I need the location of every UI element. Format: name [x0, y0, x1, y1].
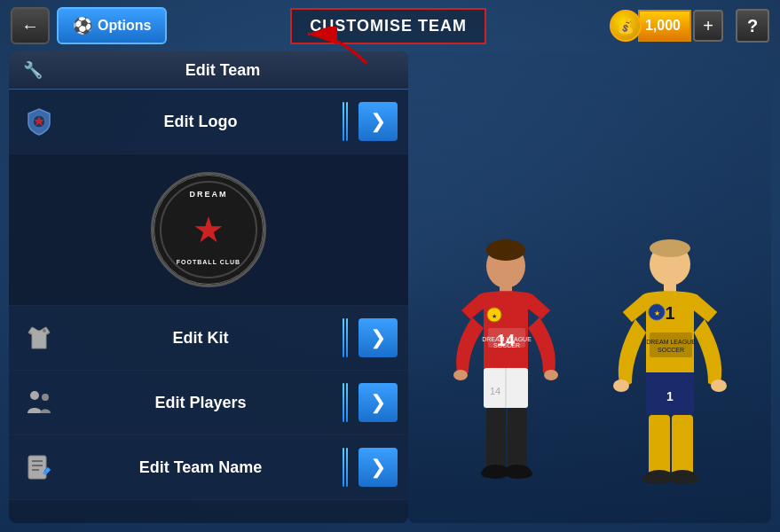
logo-section: DREAM ★ FOOTBALL CLUB [9, 154, 408, 306]
team-name-icon-box [20, 448, 59, 487]
svg-point-22 [518, 469, 532, 478]
edit-document-icon [25, 453, 53, 481]
edit-team-name-arrow-button[interactable]: ❯ [358, 448, 398, 487]
team-logo: DREAM ★ FOOTBALL CLUB [151, 172, 266, 287]
help-button[interactable]: ? [736, 9, 769, 43]
svg-point-4 [30, 391, 39, 400]
options-button[interactable]: ⚽ Options [57, 7, 167, 44]
separator-lines-kit [343, 318, 348, 357]
players-icon-box [20, 383, 59, 422]
svg-rect-36 [649, 415, 670, 475]
add-coins-button[interactable]: + [693, 10, 723, 42]
topbar-center: CUSTOMISE TEAM [174, 8, 603, 44]
outfield-player-svg: 14 14 [435, 239, 577, 514]
svg-point-5 [42, 394, 49, 401]
svg-rect-37 [672, 415, 693, 475]
player-goalkeeper: 1 1 [595, 239, 745, 514]
svg-point-24 [544, 370, 558, 380]
menu-item-edit-kit[interactable]: Edit Kit ❯ [9, 306, 408, 371]
logo-icon-box [20, 102, 59, 141]
back-button[interactable]: ← [11, 7, 50, 44]
menu-item-edit-logo[interactable]: Edit Logo ❯ [9, 90, 408, 154]
svg-text:DREAM LEAGUE: DREAM LEAGUE [482, 336, 532, 342]
svg-text:14: 14 [489, 386, 500, 396]
coins-container: 💰 1,000 + [610, 10, 723, 42]
plus-icon: + [703, 16, 713, 36]
separator-lines-logo [343, 102, 348, 141]
svg-point-23 [453, 370, 468, 380]
topbar: ← ⚽ Options CUSTOMISE TEAM 💰 [0, 0, 780, 51]
svg-point-41 [683, 474, 699, 483]
kit-icon-box [20, 318, 59, 357]
player-outfield: 14 14 [435, 239, 577, 514]
svg-text:SOCCER: SOCCER [493, 342, 520, 348]
main-container: ← ⚽ Options CUSTOMISE TEAM 💰 [0, 0, 780, 532]
edit-team-name-label: Edit Team Name [69, 458, 332, 477]
svg-point-11 [486, 239, 525, 261]
svg-rect-46 [650, 332, 692, 357]
svg-point-20 [481, 469, 495, 478]
menu-item-edit-players[interactable]: Edit Players ❯ [9, 371, 408, 435]
svg-text:★: ★ [653, 309, 659, 317]
players-icon [24, 388, 54, 417]
person-icon: ⚽ [73, 16, 92, 35]
svg-rect-17 [486, 408, 506, 470]
edit-players-arrow-button[interactable]: ❯ [358, 383, 398, 422]
coins-value: 1,000 [638, 10, 691, 42]
svg-point-43 [711, 379, 727, 392]
svg-text:1: 1 [665, 303, 674, 323]
customise-team-label: CUSTOMISE TEAM [310, 17, 467, 35]
panel-header-title: Edit Team [51, 61, 394, 80]
edit-logo-label: Edit Logo [69, 113, 332, 131]
menu-item-edit-team-name[interactable]: Edit Team Name ❯ [9, 435, 408, 500]
svg-point-39 [642, 474, 658, 483]
svg-rect-18 [508, 408, 527, 470]
coin-icon: 💰 [610, 10, 642, 42]
svg-rect-6 [28, 456, 46, 479]
svg-point-31 [650, 239, 690, 257]
separator-lines-team-name [343, 448, 348, 487]
svg-text:★: ★ [492, 313, 497, 319]
options-label: Options [98, 18, 151, 34]
edit-kit-arrow-button[interactable]: ❯ [358, 318, 398, 357]
wrench-icon: 🔧 [23, 60, 43, 80]
help-icon: ? [747, 16, 758, 36]
goalkeeper-player-svg: 1 1 [595, 239, 745, 514]
svg-text:SOCCER: SOCCER [658, 347, 684, 353]
svg-point-42 [613, 379, 629, 392]
right-panel: 14 14 [408, 51, 771, 523]
svg-point-3 [43, 329, 46, 332]
edit-logo-arrow-button[interactable]: ❯ [358, 102, 398, 141]
back-icon: ← [21, 16, 39, 36]
svg-text:1: 1 [666, 389, 674, 403]
logo-border-ring [154, 175, 264, 285]
edit-kit-label: Edit Kit [69, 329, 332, 348]
shield-logo-icon [25, 107, 53, 136]
kit-icon [25, 324, 53, 352]
edit-players-label: Edit Players [69, 394, 332, 412]
left-panel: 🔧 Edit Team Edit Logo ❯ [9, 51, 408, 523]
svg-text:DREAM LEAGUE: DREAM LEAGUE [646, 339, 696, 345]
content-area: 🔧 Edit Team Edit Logo ❯ [0, 51, 780, 532]
panel-header: 🔧 Edit Team [9, 51, 408, 90]
customise-team-box: CUSTOMISE TEAM [290, 8, 486, 44]
separator-lines-players [343, 383, 348, 422]
